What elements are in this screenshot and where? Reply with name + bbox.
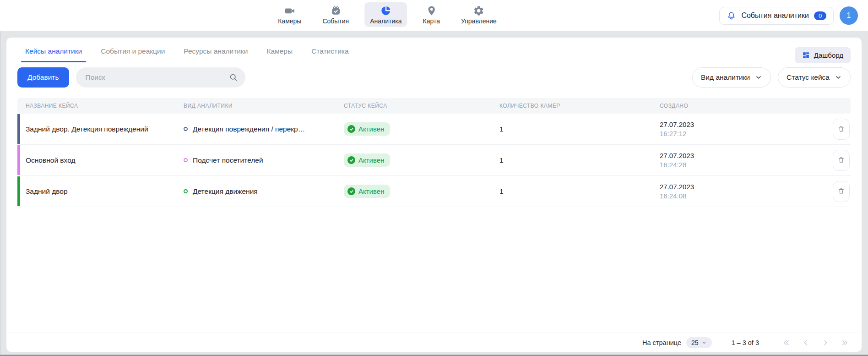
next-page-icon[interactable] (821, 339, 830, 347)
created-time: 16:27:12 (660, 129, 811, 138)
tabs-row: Кейсы аналитики События и реакции Ресурс… (6, 38, 862, 63)
main-nav: Камеры События Аналитика Карта Управлени… (272, 2, 502, 27)
status-badge: Активен (344, 185, 390, 198)
events-button-label: События аналитики (741, 11, 809, 20)
case-status-filter[interactable]: Статус кейса (778, 67, 851, 88)
table-row[interactable]: Основной вход Подсчет посетителей Активе… (17, 145, 851, 176)
created-date: 27.07.2023 (660, 151, 811, 160)
table-header: НАЗВАНИЕ КЕЙСА ВИД АНАЛИТИКИ СТАТУС КЕЙС… (17, 98, 851, 114)
status-badge: Активен (344, 153, 390, 167)
case-status: Активен (336, 153, 491, 167)
case-analytics-type: Детекция повреждения / перекр… (175, 125, 336, 133)
row-actions (811, 119, 851, 140)
dashboard-icon (802, 51, 810, 59)
nav-item-events[interactable]: События (317, 2, 354, 27)
nav-label: Камеры (278, 17, 301, 25)
tab-analytics-resources[interactable]: Ресурсы аналитики (184, 47, 248, 62)
case-name: Основной вход (17, 156, 175, 164)
prev-page-icon[interactable] (802, 339, 810, 347)
tab-statistics[interactable]: Статистика (311, 47, 348, 62)
map-pin-icon (426, 5, 437, 16)
nav-label: События (322, 17, 349, 25)
case-analytics-type: Подсчет посетителей (175, 156, 336, 164)
status-badge: Активен (344, 122, 390, 136)
search-input[interactable] (86, 73, 229, 82)
created-time: 16:24:08 (660, 192, 811, 201)
column-header-cameras: КОЛИЧЕСТВО КАМЕР (491, 103, 651, 109)
dashboard-button[interactable]: Дашборд (795, 47, 851, 63)
window-edge (0, 0, 0, 356)
per-page-value: 25 (691, 339, 699, 346)
column-header-name: НАЗВАНИЕ КЕЙСА (17, 103, 175, 109)
created-time: 16:24:28 (660, 160, 811, 170)
nav-item-map[interactable]: Карта (418, 2, 445, 27)
case-name: Задний двор. Детекция повреждений (17, 125, 175, 133)
nav-item-management[interactable]: Управление (456, 2, 502, 27)
column-header-type: ВИД АНАЛИТИКИ (175, 103, 336, 109)
row-actions (811, 181, 851, 202)
search-icon[interactable] (229, 73, 238, 82)
tab-analytics-cases[interactable]: Кейсы аналитики (25, 47, 82, 62)
cases-table: НАЗВАНИЕ КЕЙСА ВИД АНАЛИТИКИ СТАТУС КЕЙС… (17, 98, 851, 207)
tab-cameras[interactable]: Камеры (266, 47, 293, 62)
add-case-button[interactable]: Добавить (17, 67, 69, 88)
check-icon (347, 125, 355, 133)
camera-count: 1 (491, 125, 651, 133)
created-cell: 27.07.2023 16:24:08 (651, 182, 811, 200)
chevron-down-icon (701, 340, 707, 345)
table-row[interactable]: Задний двор Детекция движения Активен 1 … (17, 176, 851, 207)
camera-count: 1 (491, 187, 651, 196)
nav-item-analytics[interactable]: Аналитика (364, 2, 407, 27)
column-header-created: СОЗДАНО (651, 103, 811, 109)
filters: Вид аналитики Статус кейса (692, 67, 851, 88)
topbar-right: События аналитики 0 1 (719, 6, 858, 25)
case-status-filter-label: Статус кейса (787, 73, 830, 82)
analytics-cases-panel: Кейсы аналитики События и реакции Ресурс… (6, 38, 862, 352)
per-page-label: На странице (642, 339, 681, 346)
column-header-status: СТАТУС КЕЙСА (336, 103, 491, 109)
check-icon (347, 187, 355, 195)
gear-icon (473, 5, 484, 16)
top-bar: Камеры События Аналитика Карта Управлени… (0, 0, 868, 31)
nav-label: Карта (423, 17, 440, 25)
chevron-down-icon (755, 74, 762, 81)
created-date: 27.07.2023 (660, 182, 811, 192)
per-page-select[interactable]: 25 (686, 337, 712, 348)
case-color-bar (17, 114, 20, 144)
pager (782, 339, 849, 347)
tabs: Кейсы аналитики События и реакции Ресурс… (25, 47, 349, 62)
nav-label: Управление (461, 17, 497, 25)
analytics-type-icon (184, 127, 188, 131)
created-cell: 27.07.2023 16:27:12 (651, 120, 811, 138)
case-analytics-type: Детекция движения (175, 187, 336, 196)
events-icon (330, 5, 342, 16)
case-color-bar (17, 145, 20, 175)
delete-case-button[interactable] (833, 181, 850, 202)
case-status: Активен (336, 185, 491, 198)
created-date: 27.07.2023 (660, 120, 811, 129)
created-cell: 27.07.2023 16:24:28 (651, 151, 811, 169)
toolbar: Добавить Вид аналитики Статус кейса (6, 63, 862, 88)
delete-case-button[interactable] (833, 119, 850, 140)
pagination-range: 1 – 3 of 3 (732, 339, 759, 346)
analytics-icon (380, 5, 391, 16)
nav-item-cameras[interactable]: Камеры (272, 2, 307, 27)
first-page-icon[interactable] (782, 339, 790, 347)
events-count-badge: 0 (814, 11, 826, 20)
per-page-control: На странице 25 (642, 337, 711, 348)
analytics-type-filter[interactable]: Вид аналитики (692, 67, 771, 88)
tab-events-reactions[interactable]: События и реакции (101, 47, 165, 62)
table-footer: На странице 25 1 – 3 of 3 (6, 333, 862, 352)
case-color-bar (17, 176, 20, 206)
case-name: Задний двор (17, 187, 175, 196)
delete-case-button[interactable] (833, 150, 850, 171)
analytics-events-button[interactable]: События аналитики 0 (719, 7, 834, 25)
camera-count: 1 (491, 156, 651, 164)
row-actions (811, 150, 851, 171)
avatar[interactable]: 1 (840, 6, 858, 25)
table-row[interactable]: Задний двор. Детекция повреждений Детекц… (17, 114, 851, 145)
camera-icon (284, 5, 295, 16)
case-status: Активен (336, 122, 491, 136)
last-page-icon[interactable] (841, 339, 849, 347)
bell-icon (727, 11, 736, 21)
